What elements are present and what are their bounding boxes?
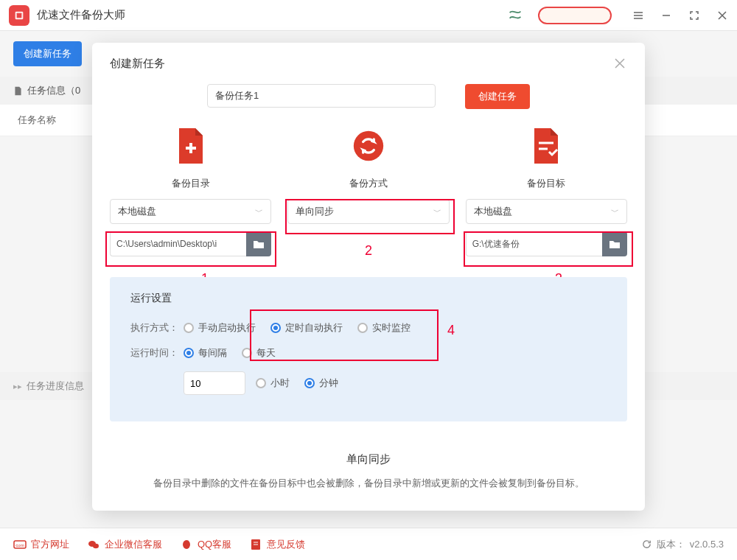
source-disk-value: 本地磁盘 (118, 205, 156, 218)
run-time-label: 运行时间： (130, 346, 184, 360)
source-column: 备份目录 本地磁盘 ﹀ (110, 128, 271, 256)
target-path-input[interactable] (466, 231, 602, 256)
target-disk-value: 本地磁盘 (474, 205, 512, 218)
modal-backdrop: 创建新任务 创建任务 备份目录 本地磁盘 ﹀ (0, 0, 737, 560)
exec-timed-radio[interactable]: 定时自动执行 (270, 321, 343, 335)
svg-point-8 (354, 131, 383, 161)
file-plus-icon (175, 128, 207, 164)
new-task-modal: 创建新任务 创建任务 备份目录 本地磁盘 ﹀ (92, 43, 645, 511)
unit-hour-label: 小时 (270, 377, 290, 390)
source-browse-button[interactable] (246, 231, 271, 256)
unit-minute-radio[interactable]: 分钟 (304, 377, 338, 390)
time-daily-label: 每天 (256, 346, 276, 360)
target-label: 备份目标 (527, 177, 565, 190)
time-interval-label: 每间隔 (198, 346, 227, 360)
source-disk-select[interactable]: 本地磁盘 ﹀ (110, 199, 271, 224)
sync-mode-title: 单向同步 (110, 452, 627, 466)
chevron-down-icon: ﹀ (433, 206, 441, 217)
run-settings-title: 运行设置 (130, 292, 607, 305)
sync-mode-desc: 备份目录中删除的文件在备份目标中也会被删除，备份目录中新增或更新的文件会被复制到… (110, 477, 627, 490)
source-path-input[interactable] (110, 231, 246, 256)
modal-title: 创建新任务 (110, 57, 165, 71)
sync-icon (352, 128, 385, 164)
chevron-down-icon: ﹀ (255, 206, 263, 217)
exec-manual-label: 手动启动执行 (198, 321, 256, 335)
target-browse-button[interactable] (602, 231, 627, 256)
source-label: 备份目录 (172, 177, 210, 190)
target-column: 备份目标 本地磁盘 ﹀ (466, 128, 627, 256)
target-disk-select[interactable]: 本地磁盘 ﹀ (466, 199, 627, 224)
chevron-down-icon: ﹀ (611, 206, 619, 217)
file-check-icon (530, 128, 562, 164)
exec-manual-radio[interactable]: 手动启动执行 (184, 321, 256, 335)
mode-select[interactable]: 单向同步 ﹀ (287, 199, 449, 224)
mode-column: 备份方式 单向同步 ﹀ (287, 128, 449, 256)
exec-realtime-label: 实时监控 (372, 321, 411, 335)
mode-value: 单向同步 (296, 205, 334, 218)
mode-label: 备份方式 (349, 177, 388, 190)
time-daily-radio[interactable]: 每天 (242, 346, 276, 360)
unit-hour-radio[interactable]: 小时 (256, 377, 290, 390)
run-settings-panel: 运行设置 执行方式： 手动启动执行 定时自动执行 实时监控 运行时间： 每间隔 … (110, 277, 627, 421)
create-task-button[interactable]: 创建任务 (465, 84, 530, 109)
exec-mode-label: 执行方式： (130, 321, 184, 335)
task-name-input[interactable] (207, 84, 436, 108)
interval-value-input[interactable] (184, 371, 245, 395)
exec-timed-label: 定时自动执行 (285, 321, 343, 335)
time-interval-radio[interactable]: 每间隔 (184, 346, 227, 360)
exec-realtime-radio[interactable]: 实时监控 (357, 321, 411, 335)
unit-minute-label: 分钟 (319, 377, 338, 390)
modal-close-button[interactable] (612, 56, 627, 71)
